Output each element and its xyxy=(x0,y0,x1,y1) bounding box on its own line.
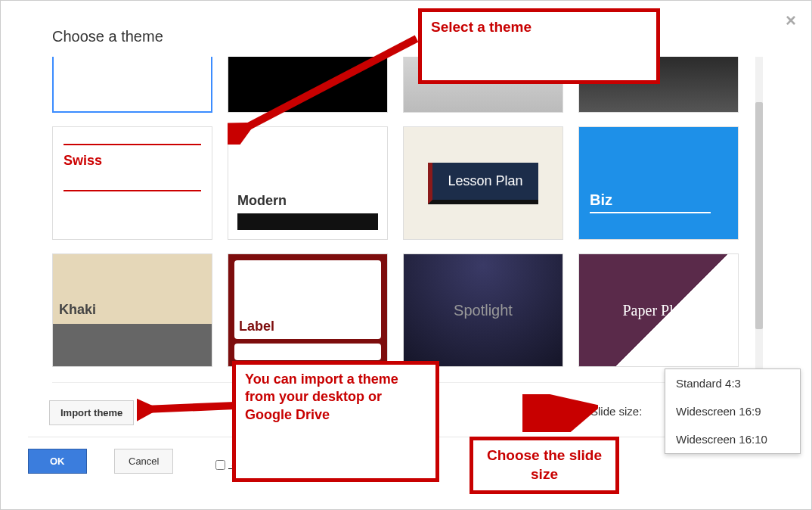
annotation-select-theme: Select a theme xyxy=(418,8,660,84)
scrollbar-thumb[interactable] xyxy=(755,102,763,329)
label-subtitle-box xyxy=(234,344,381,360)
annotation-arrow-icon xyxy=(522,394,598,432)
theme-label: Spotlight xyxy=(454,302,513,319)
theme-tile-simple-light[interactable] xyxy=(52,57,212,113)
theme-tile-khaki[interactable]: Khaki xyxy=(52,253,212,367)
show-for-new-checkbox[interactable] xyxy=(215,460,225,470)
theme-tile-lesson-plan[interactable]: Lesson Plan xyxy=(403,126,563,240)
svg-line-1 xyxy=(144,406,235,409)
theme-tile-paper-plane[interactable]: Paper Plane xyxy=(578,253,739,367)
slide-size-option[interactable]: Widescreen 16:9 xyxy=(665,397,800,425)
theme-label: Biz xyxy=(590,191,711,213)
slide-size-option[interactable]: Standard 4:3 xyxy=(665,369,800,397)
theme-label: Label xyxy=(239,319,274,334)
ok-button[interactable]: OK xyxy=(28,449,87,474)
svg-line-2 xyxy=(526,409,587,424)
theme-label: Modern xyxy=(237,193,378,209)
slide-size-menu: Standard 4:3 Widescreen 16:9 Widescreen … xyxy=(665,369,801,454)
theme-label: Lesson Plan xyxy=(428,163,538,204)
gallery-scrollbar[interactable] xyxy=(755,57,763,382)
theme-label: Khaki xyxy=(59,302,96,318)
svg-line-0 xyxy=(243,39,417,129)
slide-size-option[interactable]: Widescreen 16:10 xyxy=(665,425,800,453)
theme-tile-spotlight[interactable]: Spotlight xyxy=(403,253,563,367)
theme-tile-swiss[interactable]: Swiss xyxy=(52,126,212,240)
slide-size-label: Slide size: xyxy=(590,405,642,418)
swiss-accent-line xyxy=(64,190,201,191)
swiss-accent-line xyxy=(64,144,201,145)
annotation-arrow-icon xyxy=(137,387,243,424)
import-theme-button[interactable]: Import theme xyxy=(49,400,134,425)
cancel-button[interactable]: Cancel xyxy=(114,449,173,474)
close-icon[interactable]: × xyxy=(786,10,796,31)
theme-tile-biz[interactable]: Biz xyxy=(578,126,739,240)
annotation-arrow-icon xyxy=(228,31,424,145)
annotation-import: You can import a theme from your desktop… xyxy=(232,361,439,482)
modern-accent-bar xyxy=(237,213,378,230)
khaki-accent-bar xyxy=(53,324,212,366)
theme-label: Swiss xyxy=(64,153,201,169)
theme-label: Paper Plane xyxy=(623,302,695,319)
theme-tile-label[interactable]: Label xyxy=(228,253,388,367)
dialog-title: Choose a theme xyxy=(52,28,163,45)
annotation-slide-size: Choose the slide size xyxy=(470,437,619,494)
